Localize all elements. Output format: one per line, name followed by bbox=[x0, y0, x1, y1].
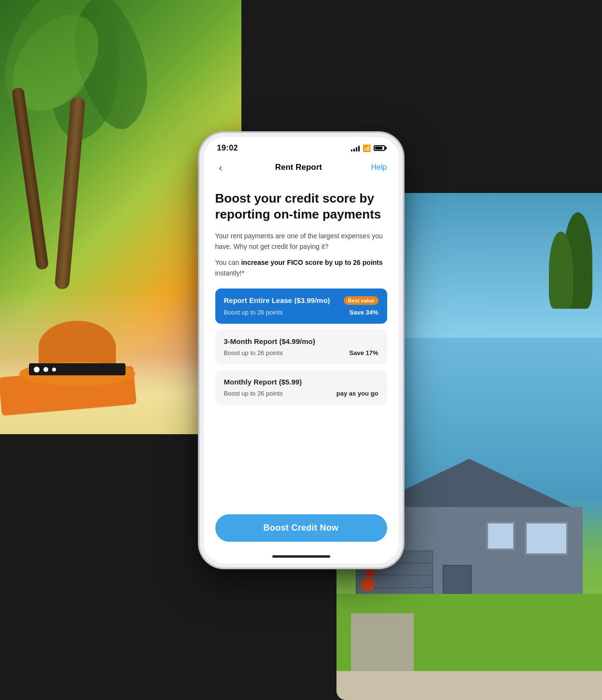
plan-boost-monthly: Boost up to 26 points bbox=[224, 390, 283, 397]
plan-boost-entire-lease: Boost up to 26 points bbox=[224, 309, 283, 316]
phone-device: 19:02 📶 ‹ Rent Report bbox=[200, 133, 403, 567]
signal-icon bbox=[351, 145, 360, 151]
main-heading: Boost your credit score by reporting on-… bbox=[215, 191, 387, 223]
description-1: Your rent payments are one of the larges… bbox=[215, 231, 387, 252]
best-value-badge: Best value bbox=[344, 296, 378, 305]
plan-card-three-month[interactable]: 3-Month Report ($4.99/mo) Boost up to 26… bbox=[215, 329, 387, 364]
plan-card-entire-lease[interactable]: Report Entire Lease ($3.99/mo) Best valu… bbox=[215, 288, 387, 324]
plans-container: Report Entire Lease ($3.99/mo) Best valu… bbox=[215, 288, 387, 405]
home-bar bbox=[272, 555, 330, 558]
wifi-icon: 📶 bbox=[363, 144, 371, 152]
hat-decoration bbox=[19, 362, 135, 386]
description-2-suffix: instantly!* bbox=[215, 269, 245, 277]
home-indicator bbox=[204, 551, 399, 563]
plan-savings-entire-lease: Save 34% bbox=[350, 309, 378, 316]
help-button[interactable]: Help bbox=[371, 163, 387, 172]
back-button[interactable]: ‹ bbox=[215, 160, 226, 175]
plan-name-monthly: Monthly Report ($5.99) bbox=[224, 378, 302, 386]
status-icons: 📶 bbox=[351, 144, 385, 152]
plan-name-three-month: 3-Month Report ($4.99/mo) bbox=[224, 337, 315, 345]
plan-boost-three-month: Boost up to 26 points bbox=[224, 349, 283, 357]
status-time: 19:02 bbox=[217, 144, 238, 152]
phone-wrapper: 19:02 📶 ‹ Rent Report bbox=[200, 133, 403, 567]
nav-title: Rent Report bbox=[275, 163, 322, 172]
boost-credit-button[interactable]: Boost Credit Now bbox=[215, 514, 387, 542]
fico-highlight: increase your FICO score by up to 26 poi… bbox=[241, 259, 382, 266]
phone-screen: 19:02 📶 ‹ Rent Report bbox=[204, 137, 399, 563]
plan-name-entire-lease: Report Entire Lease ($3.99/mo) bbox=[224, 296, 330, 304]
plan-savings-monthly: pay as you go bbox=[336, 390, 378, 397]
content-area: Boost your credit score by reporting on-… bbox=[204, 181, 399, 507]
description-2: You can increase your FICO score by up t… bbox=[215, 257, 387, 279]
battery-icon bbox=[374, 145, 385, 151]
status-bar: 19:02 📶 bbox=[204, 137, 399, 156]
bottom-area: Boost Credit Now bbox=[204, 507, 399, 551]
nav-bar: ‹ Rent Report Help bbox=[204, 156, 399, 181]
plan-card-monthly[interactable]: Monthly Report ($5.99) Boost up to 26 po… bbox=[215, 370, 387, 405]
plan-savings-three-month: Save 17% bbox=[350, 349, 378, 357]
